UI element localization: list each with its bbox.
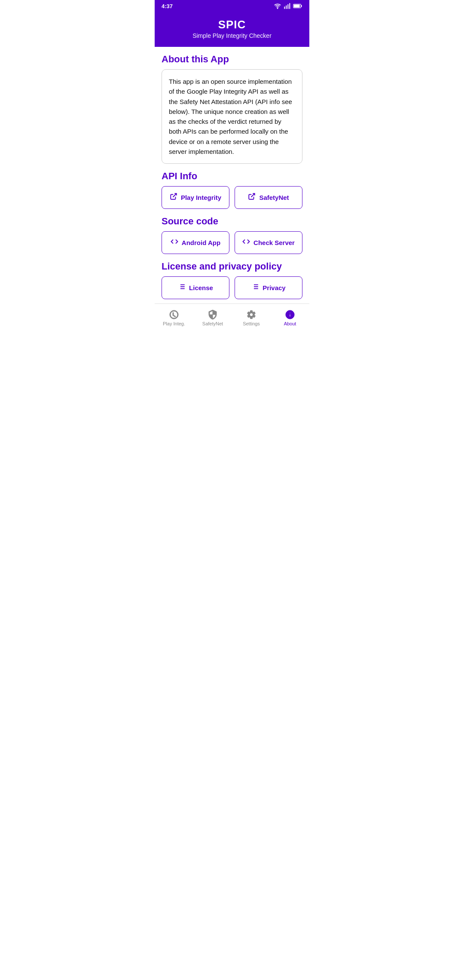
play-integrity-nav-icon xyxy=(168,309,180,320)
api-info-title: API Info xyxy=(162,171,302,182)
svg-point-0 xyxy=(277,8,278,9)
play-integrity-api-button[interactable]: Play Integrity xyxy=(162,186,229,209)
battery-icon xyxy=(293,3,302,9)
source-code-title: Source code xyxy=(162,216,302,227)
svg-rect-4 xyxy=(289,3,290,9)
svg-line-8 xyxy=(173,193,176,197)
check-server-button[interactable]: Check Server xyxy=(235,231,302,254)
check-server-label: Check Server xyxy=(253,239,295,246)
signal-icon xyxy=(284,3,290,9)
status-time: 4:37 xyxy=(162,3,173,9)
svg-rect-1 xyxy=(284,6,285,9)
nav-item-play-integrity[interactable]: Play Integ. xyxy=(155,307,193,328)
nav-item-settings[interactable]: Settings xyxy=(232,307,271,328)
privacy-button[interactable]: Privacy xyxy=(235,276,302,299)
android-app-label: Android App xyxy=(182,239,220,246)
nav-item-safetynet[interactable]: SafetyNet xyxy=(193,307,232,328)
license-label: License xyxy=(189,284,213,291)
app-title: SPIC xyxy=(155,18,309,31)
nav-item-about[interactable]: About xyxy=(271,307,309,328)
list-icon-2 xyxy=(251,283,259,293)
safetynet-api-label: SafetyNet xyxy=(259,194,289,201)
api-info-buttons: Play Integrity SafetyNet xyxy=(162,186,302,209)
code-icon-2 xyxy=(242,238,250,248)
svg-rect-6 xyxy=(301,5,302,7)
license-buttons: License Privacy xyxy=(162,276,302,299)
bottom-nav: Play Integ. SafetyNet Settings About xyxy=(155,303,309,332)
about-nav-icon xyxy=(284,309,296,320)
svg-rect-7 xyxy=(294,5,300,8)
play-integrity-nav-label: Play Integ. xyxy=(163,321,185,326)
privacy-label: Privacy xyxy=(263,284,285,291)
status-icons xyxy=(274,3,302,9)
svg-rect-3 xyxy=(287,4,288,9)
about-description: This app is an open source implementatio… xyxy=(162,69,302,164)
source-code-buttons: Android App Check Server xyxy=(162,231,302,254)
safetynet-api-button[interactable]: SafetyNet xyxy=(235,186,302,209)
about-section-title: About this App xyxy=(162,54,302,65)
settings-nav-icon xyxy=(246,309,257,320)
app-subtitle: Simple Play Integrity Checker xyxy=(155,32,309,39)
license-button[interactable]: License xyxy=(162,276,229,299)
svg-rect-2 xyxy=(286,6,287,9)
external-link-icon-1 xyxy=(170,193,177,202)
settings-nav-label: Settings xyxy=(243,321,260,326)
app-header: SPIC Simple Play Integrity Checker xyxy=(155,12,309,47)
play-integrity-api-label: Play Integrity xyxy=(181,194,221,201)
android-app-button[interactable]: Android App xyxy=(162,231,229,254)
list-icon-1 xyxy=(178,283,186,293)
safetynet-nav-label: SafetyNet xyxy=(202,321,223,326)
about-nav-label: About xyxy=(284,321,296,326)
status-bar: 4:37 xyxy=(155,0,309,12)
main-content: About this App This app is an open sourc… xyxy=(155,47,309,303)
code-icon-1 xyxy=(171,238,178,248)
svg-line-9 xyxy=(251,193,255,197)
license-title: License and privacy policy xyxy=(162,261,302,272)
safetynet-nav-icon xyxy=(207,309,218,320)
external-link-icon-2 xyxy=(248,193,256,202)
wifi-icon xyxy=(274,3,281,9)
